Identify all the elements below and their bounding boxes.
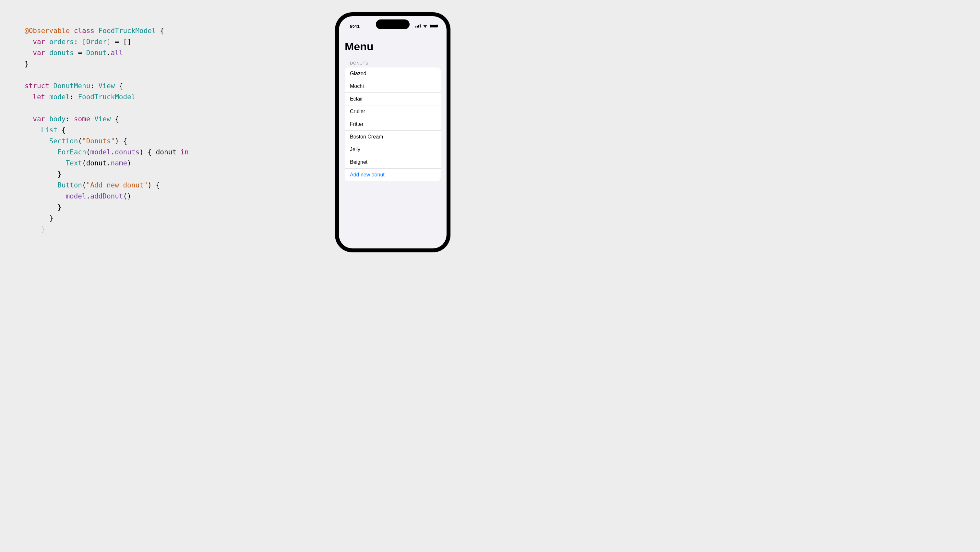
wifi-icon bbox=[423, 24, 428, 28]
code-panel: @Observable class FoodTruckModel { var o… bbox=[0, 0, 333, 265]
list-item[interactable]: Cruller bbox=[345, 105, 441, 118]
code-block: @Observable class FoodTruckModel { var o… bbox=[25, 25, 333, 235]
cellular-signal-icon bbox=[415, 24, 421, 27]
phone-screen: 9:41 Menu DONUTS GlazedMochiEclairCrulle… bbox=[339, 16, 447, 248]
list-item[interactable]: Boston Cream bbox=[345, 131, 441, 143]
phone-preview: 9:41 Menu DONUTS GlazedMochiEclairCrulle… bbox=[333, 0, 472, 265]
list-item[interactable]: Fritter bbox=[345, 118, 441, 131]
phone-frame: 9:41 Menu DONUTS GlazedMochiEclairCrulle… bbox=[335, 12, 450, 252]
section-header: DONUTS bbox=[339, 57, 447, 67]
dynamic-island bbox=[376, 19, 410, 29]
status-time: 9:41 bbox=[350, 23, 360, 29]
list-item[interactable]: Jelly bbox=[345, 143, 441, 156]
list-item[interactable]: Mochi bbox=[345, 80, 441, 93]
status-indicators bbox=[415, 24, 438, 28]
list-item[interactable]: Beignet bbox=[345, 156, 441, 169]
add-new-donut-button[interactable]: Add new donut bbox=[345, 169, 441, 181]
battery-icon bbox=[430, 24, 438, 28]
list-item[interactable]: Eclair bbox=[345, 93, 441, 105]
list-item[interactable]: Glazed bbox=[345, 67, 441, 80]
page-title: Menu bbox=[339, 34, 447, 57]
donut-list[interactable]: GlazedMochiEclairCrullerFritterBoston Cr… bbox=[345, 67, 441, 181]
